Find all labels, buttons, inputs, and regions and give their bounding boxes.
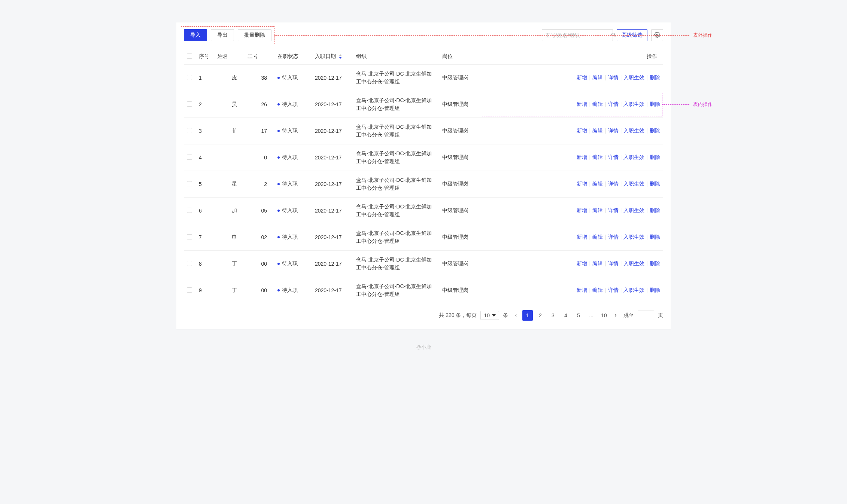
action-effect[interactable]: 入职生效 [623, 287, 644, 293]
action-detail[interactable]: 详情 [608, 74, 619, 80]
action-add[interactable]: 新增 [577, 128, 587, 134]
page-num[interactable]: 3 [548, 310, 558, 321]
action-add[interactable]: 新增 [577, 207, 587, 213]
row-checkbox[interactable] [187, 101, 192, 107]
cell-emp-id: 02 [245, 224, 274, 251]
row-checkbox[interactable] [187, 181, 192, 186]
import-button[interactable]: 导入 [184, 29, 207, 41]
action-edit[interactable]: 编辑 [592, 74, 603, 80]
action-effect[interactable]: 入职生效 [623, 101, 644, 107]
action-edit[interactable]: 编辑 [592, 234, 603, 240]
action-effect[interactable]: 入职生效 [623, 181, 644, 187]
action-delete[interactable]: 删除 [650, 260, 660, 266]
action-add[interactable]: 新增 [577, 74, 587, 80]
action-detail[interactable]: 详情 [608, 260, 619, 266]
cell-position: 中级管理岗 [439, 198, 484, 224]
cell-position: 中级管理岗 [439, 251, 484, 277]
action-edit[interactable]: 编辑 [592, 287, 603, 293]
action-delete[interactable]: 删除 [650, 154, 660, 160]
action-detail[interactable]: 详情 [608, 181, 619, 187]
cell-seq: 2 [196, 91, 215, 118]
col-seq: 序号 [196, 49, 215, 65]
row-checkbox[interactable] [187, 261, 192, 266]
action-delete[interactable]: 删除 [650, 74, 660, 80]
action-detail[interactable]: 详情 [608, 101, 619, 107]
action-detail[interactable]: 详情 [608, 287, 619, 293]
export-button[interactable]: 导出 [211, 29, 234, 41]
action-effect[interactable]: 入职生效 [623, 207, 644, 213]
col-position: 岗位 [439, 49, 484, 65]
action-delete[interactable]: 删除 [650, 181, 660, 187]
action-delete[interactable]: 删除 [650, 207, 660, 213]
page-num[interactable]: 1 [522, 310, 533, 321]
cell-name: 巾 [215, 224, 245, 251]
cell-org: 盒马-北京子公司-DC-北京生鲜加工中心分仓-管理组 [353, 251, 439, 277]
action-delete[interactable]: 删除 [650, 101, 660, 107]
action-effect[interactable]: 入职生效 [623, 234, 644, 240]
cell-actions: 新增|编辑|详情|入职生效|删除 [484, 198, 663, 224]
page-size-select[interactable]: 10 [480, 311, 499, 320]
advanced-filter-button[interactable]: 高级筛选 [617, 29, 647, 41]
row-checkbox[interactable] [187, 128, 192, 133]
jump-unit: 页 [658, 312, 663, 319]
cell-name: 皮 [215, 65, 245, 91]
row-checkbox[interactable] [187, 155, 192, 160]
action-add[interactable]: 新增 [577, 287, 587, 293]
page-num[interactable]: 4 [561, 310, 571, 321]
settings-button[interactable] [651, 29, 663, 41]
action-add[interactable]: 新增 [577, 181, 587, 187]
row-checkbox[interactable] [187, 208, 192, 213]
cell-emp-id: 2 [245, 171, 274, 198]
batch-delete-button[interactable]: 批量删除 [238, 29, 271, 41]
cell-actions: 新增|编辑|详情|入职生效|删除 [484, 144, 663, 171]
action-edit[interactable]: 编辑 [592, 181, 603, 187]
page-num[interactable]: 5 [573, 310, 584, 321]
cell-actions: 新增|编辑|详情|入职生效|删除 [484, 224, 663, 251]
row-checkbox[interactable] [187, 234, 192, 239]
page-next[interactable] [611, 311, 620, 320]
search-input[interactable] [545, 32, 611, 38]
col-hire-date[interactable]: 入职日期 [312, 49, 353, 65]
action-effect[interactable]: 入职生效 [623, 154, 644, 160]
table-row: 3菲17待入职2020-12-17盒马-北京子公司-DC-北京生鲜加工中心分仓-… [184, 118, 663, 144]
action-edit[interactable]: 编辑 [592, 128, 603, 134]
action-add[interactable]: 新增 [577, 154, 587, 160]
action-effect[interactable]: 入职生效 [623, 260, 644, 266]
action-add[interactable]: 新增 [577, 260, 587, 266]
action-add[interactable]: 新增 [577, 101, 587, 107]
cell-org: 盒马-北京子公司-DC-北京生鲜加工中心分仓-管理组 [353, 65, 439, 91]
search-box[interactable] [542, 29, 613, 41]
action-edit[interactable]: 编辑 [592, 101, 603, 107]
page-num[interactable]: 10 [599, 310, 609, 321]
row-checkbox[interactable] [187, 75, 192, 80]
table-row: 6加05待入职2020-12-17盒马-北京子公司-DC-北京生鲜加工中心分仓-… [184, 198, 663, 224]
row-checkbox[interactable] [187, 287, 192, 293]
cell-name: 丁 [215, 251, 245, 277]
action-detail[interactable]: 详情 [608, 234, 619, 240]
page-prev[interactable] [512, 311, 520, 320]
cell-position: 中级管理岗 [439, 65, 484, 91]
action-edit[interactable]: 编辑 [592, 207, 603, 213]
action-edit[interactable]: 编辑 [592, 154, 603, 160]
page-num[interactable]: 2 [535, 310, 546, 321]
cell-seq: 1 [196, 65, 215, 91]
action-effect[interactable]: 入职生效 [623, 128, 644, 134]
col-org: 组织 [353, 49, 439, 65]
action-detail[interactable]: 详情 [608, 128, 619, 134]
action-delete[interactable]: 删除 [650, 234, 660, 240]
action-edit[interactable]: 编辑 [592, 260, 603, 266]
action-effect[interactable]: 入职生效 [623, 74, 644, 80]
cell-emp-id: 05 [245, 198, 274, 224]
action-detail[interactable]: 详情 [608, 207, 619, 213]
cell-emp-id: 17 [245, 118, 274, 144]
cell-status: 待入职 [274, 277, 312, 304]
check-all[interactable] [187, 54, 192, 59]
action-delete[interactable]: 删除 [650, 128, 660, 134]
action-delete[interactable]: 删除 [650, 287, 660, 293]
jump-input[interactable] [638, 311, 654, 320]
cell-date: 2020-12-17 [312, 144, 353, 171]
cell-date: 2020-12-17 [312, 251, 353, 277]
cell-position: 中级管理岗 [439, 91, 484, 118]
action-detail[interactable]: 详情 [608, 154, 619, 160]
action-add[interactable]: 新增 [577, 234, 587, 240]
